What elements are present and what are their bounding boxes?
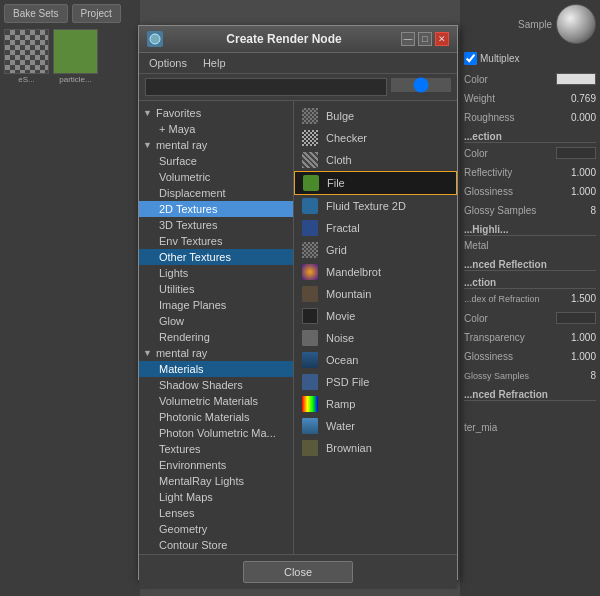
file-icon — [301, 175, 321, 191]
fractal-icon — [300, 220, 320, 236]
maximize-button[interactable]: □ — [418, 32, 432, 46]
tree-item-glow[interactable]: Glow — [139, 313, 293, 329]
color3-label: Color — [464, 313, 488, 324]
tree-item-photonvolumetric[interactable]: Photon Volumetric Ma... — [139, 425, 293, 441]
reflectivity-label: Reflectivity — [464, 167, 512, 178]
multiplex-label: Multiplex — [480, 53, 519, 64]
tree-item-favorites[interactable]: ▼ Favorites — [139, 105, 293, 121]
cloth-label: Cloth — [326, 154, 352, 166]
list-item-water[interactable]: Water — [294, 415, 457, 437]
list-panel: Bulge Checker Cloth File Fluid Texture 2… — [294, 101, 457, 554]
color-row: Color — [464, 71, 596, 87]
multiplex-checkbox[interactable] — [464, 52, 477, 65]
list-item-checker[interactable]: Checker — [294, 127, 457, 149]
bake-sets-button[interactable]: Bake Sets — [4, 4, 68, 23]
tree-item-lightmaps[interactable]: Light Maps — [139, 489, 293, 505]
tree-item-othertextures[interactable]: Other Textures — [139, 249, 293, 265]
tree-item-displacement[interactable]: Displacement — [139, 185, 293, 201]
tree-item-surface[interactable]: Surface — [139, 153, 293, 169]
tree-item-volumetric[interactable]: Volumetric — [139, 169, 293, 185]
list-item-psdfile[interactable]: PSD File — [294, 371, 457, 393]
tree-item-mentalraylights[interactable]: MentalRay Lights — [139, 473, 293, 489]
close-button[interactable]: Close — [243, 561, 353, 583]
list-item-brownian[interactable]: Brownian — [294, 437, 457, 459]
list-item-file[interactable]: File — [294, 171, 457, 195]
noise-label: Noise — [326, 332, 354, 344]
search-input[interactable] — [145, 78, 387, 96]
glossiness-row: Glossiness 1.000 — [464, 184, 596, 199]
color3-swatch[interactable] — [556, 312, 596, 324]
tree-item-materials[interactable]: Materials — [139, 361, 293, 377]
search-slider[interactable] — [391, 78, 451, 92]
transparency-label: Transparency — [464, 332, 525, 343]
tree-item-photonicmaterials[interactable]: Photonic Materials — [139, 409, 293, 425]
project-button[interactable]: Project — [72, 4, 121, 23]
glossy-samples-label: Glossy Samples — [464, 205, 536, 216]
list-item-grid[interactable]: Grid — [294, 239, 457, 261]
sample-area: Sample — [464, 4, 596, 44]
tree-item-textures[interactable]: Textures — [139, 441, 293, 457]
color-label: Color — [464, 74, 488, 85]
tree-panel: ▼ Favorites + Maya ▼ mental ray Surface … — [139, 101, 294, 554]
list-item-fluidtexture2d[interactable]: Fluid Texture 2D — [294, 195, 457, 217]
ior-value: 1.500 — [571, 293, 596, 304]
tree-item-envtextures[interactable]: Env Textures — [139, 233, 293, 249]
help-menu[interactable]: Help — [199, 55, 230, 71]
psdfile-label: PSD File — [326, 376, 369, 388]
ocean-label: Ocean — [326, 354, 358, 366]
bulge-label: Bulge — [326, 110, 354, 122]
list-item-cloth[interactable]: Cloth — [294, 149, 457, 171]
tree-item-mentalray-group[interactable]: ▼ mental ray — [139, 137, 293, 153]
bulge-icon — [300, 108, 320, 124]
favorites-arrow: ▼ — [143, 108, 152, 118]
tree-item-maya[interactable]: + Maya — [139, 121, 293, 137]
tree-item-lights[interactable]: Lights — [139, 265, 293, 281]
tree-item-imageplanes[interactable]: Image Planes — [139, 297, 293, 313]
dialog-icon — [147, 31, 163, 47]
reflectivity-row: Reflectivity 1.000 — [464, 165, 596, 180]
tree-item-geometry[interactable]: Geometry — [139, 521, 293, 537]
color-swatch[interactable] — [556, 73, 596, 85]
section2-label: ...ction — [464, 277, 596, 289]
list-item-mandelbrot[interactable]: Mandelbrot — [294, 261, 457, 283]
psdfile-icon — [300, 374, 320, 390]
list-item-mountain[interactable]: Mountain — [294, 283, 457, 305]
list-item-noise[interactable]: Noise — [294, 327, 457, 349]
mountain-icon — [300, 286, 320, 302]
list-item-bulge[interactable]: Bulge — [294, 105, 457, 127]
minimize-button[interactable]: — — [401, 32, 415, 46]
list-item-ramp[interactable]: Ramp — [294, 393, 457, 415]
mandelbrot-label: Mandelbrot — [326, 266, 381, 278]
list-item-fractal[interactable]: Fractal — [294, 217, 457, 239]
tree-item-rendering[interactable]: Rendering — [139, 329, 293, 345]
footer-label: ter_mia — [464, 422, 497, 433]
dialog-titlebar: Create Render Node — □ ✕ — [139, 26, 457, 53]
list-item-ocean[interactable]: Ocean — [294, 349, 457, 371]
tree-item-mentalray2-group[interactable]: ▼ mental ray — [139, 345, 293, 361]
tree-item-volumetricmaterials[interactable]: Volumetric Materials — [139, 393, 293, 409]
tree-item-2dtextures[interactable]: 2D Textures — [139, 201, 293, 217]
particle-label: particle... — [59, 75, 91, 84]
grid-label: Grid — [326, 244, 347, 256]
list-item-movie[interactable]: Movie — [294, 305, 457, 327]
tree-item-environments[interactable]: Environments — [139, 457, 293, 473]
fluidtexture2d-icon — [300, 198, 320, 214]
tree-item-utilities[interactable]: Utilities — [139, 281, 293, 297]
right-panel: Sample Multiplex Color Weight 0.769 Roug… — [460, 0, 600, 596]
tree-item-3dtextures[interactable]: 3D Textures — [139, 217, 293, 233]
mandelbrot-icon — [300, 264, 320, 280]
noise-icon — [300, 330, 320, 346]
tree-item-contourstore[interactable]: Contour Store — [139, 537, 293, 553]
options-menu[interactable]: Options — [145, 55, 191, 71]
grid-icon — [300, 242, 320, 258]
color2-swatch[interactable] — [556, 147, 596, 159]
glossy-samples-row: Glossy Samples 8 — [464, 203, 596, 218]
tree-item-shadowshaders[interactable]: Shadow Shaders — [139, 377, 293, 393]
favorites-label: Favorites — [156, 107, 201, 119]
close-button-titlebar[interactable]: ✕ — [435, 32, 449, 46]
glossiness-value: 1.000 — [571, 186, 596, 197]
tree-item-lenses[interactable]: Lenses — [139, 505, 293, 521]
metal-row: Metal — [464, 238, 596, 253]
metal-label: Metal — [464, 240, 488, 251]
tree-item-contourcontrast[interactable]: Contour Contrast — [139, 553, 293, 554]
